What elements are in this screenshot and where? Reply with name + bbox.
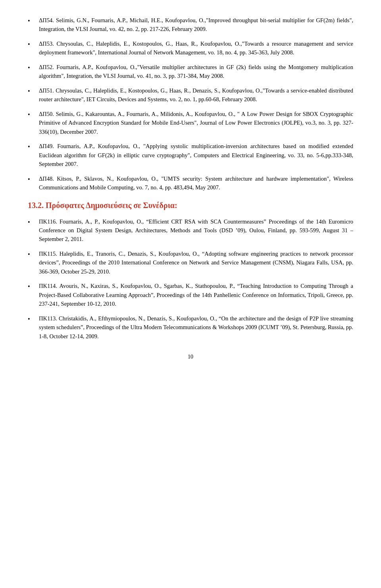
ref-content: Kitsos, P., Sklavos, N., Koufopavlou, O.… (39, 175, 353, 191)
ref-dp52: ΔΠ52. Fournaris, A.P., Koufopavlou, O.,"… (39, 63, 353, 81)
bullet-icon: • (28, 87, 37, 96)
list-item: • ΔΠ53. Chrysoulas, C., Haleplidis, E., … (28, 39, 353, 57)
ref-content: Selimis, G., Kakarountas, A., Fournaris,… (39, 111, 353, 135)
list-item: • ΔΠ51. Chrysoulas, C., Haleplidis, E., … (28, 86, 353, 104)
ref-label: ΠΚ116. (39, 218, 57, 225)
bullet-icon: • (28, 175, 37, 185)
conference-references-list: • ΠΚ116. Fournaris, A., P., Koufopavlou,… (28, 217, 353, 341)
ref-content: Avouris, N., Kaxiras, S., Koufopavlou, O… (39, 283, 353, 307)
ref-content: Chrysoulas, C., Haleplidis, E., Kostopou… (39, 87, 353, 102)
ref-pk114: ΠΚ114. Avouris, N., Kaxiras, S., Koufopa… (39, 281, 353, 308)
bullet-icon: • (28, 250, 37, 260)
ref-pk113: ΠΚ113. Christakidis, A., Efthymiopoulos,… (39, 314, 353, 341)
ref-dp54: ΔΠ54. Selimis, G.N., Fournaris, A.P., Mi… (39, 16, 353, 34)
ref-label: ΔΠ50. (39, 111, 54, 117)
ref-label: ΔΠ49. (39, 143, 54, 149)
list-item: • ΔΠ52. Fournaris, A.P., Koufopavlou, O.… (28, 63, 353, 81)
section-heading-conferences: 13.2. Πρόσφατες Δημοσιεύσεις σε Συνέδρια… (28, 199, 353, 212)
ref-label: ΔΠ54. (39, 17, 54, 23)
bullet-icon: • (28, 16, 37, 26)
bullet-icon: • (28, 40, 37, 50)
ref-dp49: ΔΠ49. Fournaris, A.P., Koufopavlou, O., … (39, 142, 353, 168)
ref-label: ΠΚ113. (39, 315, 57, 322)
ref-label: ΔΠ48. (39, 175, 54, 182)
ref-label: ΔΠ52. (39, 64, 54, 70)
ref-content: Fournaris, A.P., Koufopavlou, O.,"Versat… (39, 64, 353, 79)
list-item: • ΠΚ115. Haleplidis, E., Tranoris, C., D… (28, 249, 353, 276)
bullet-icon: • (28, 142, 37, 152)
ref-content: Chrysoulas, C., Haleplidis, E., Kostopou… (39, 40, 353, 56)
bullet-icon: • (28, 218, 37, 227)
journal-references-list: • ΔΠ54. Selimis, G.N., Fournaris, A.P., … (28, 16, 353, 192)
list-item: • ΔΠ48. Kitsos, P., Sklavos, N., Koufopa… (28, 174, 353, 192)
bullet-icon: • (28, 110, 37, 120)
ref-dp53: ΔΠ53. Chrysoulas, C., Haleplidis, E., Ko… (39, 39, 353, 57)
ref-pk116: ΠΚ116. Fournaris, A., P., Koufopavlou, O… (39, 217, 353, 244)
ref-content: Fournaris, A.P., Koufopavlou, O., "Apply… (39, 143, 353, 167)
list-item: • ΔΠ50. Selimis, G., Kakarountas, A., Fo… (28, 110, 353, 136)
ref-dp50: ΔΠ50. Selimis, G., Kakarountas, A., Four… (39, 110, 353, 136)
list-item: • ΠΚ116. Fournaris, A., P., Koufopavlou,… (28, 217, 353, 244)
list-item: • ΠΚ113. Christakidis, A., Efthymiopoulo… (28, 314, 353, 341)
list-item: • ΔΠ54. Selimis, G.N., Fournaris, A.P., … (28, 16, 353, 34)
bullet-icon: • (28, 63, 37, 73)
ref-label: ΔΠ53. (39, 40, 54, 47)
ref-label: ΔΠ51. (39, 87, 54, 94)
ref-content: Haleplidis, E., Tranoris, C., Denazis, S… (39, 251, 353, 275)
ref-content: Selimis, G.N., Fournaris, A.P., Michail,… (39, 17, 353, 32)
ref-dp48: ΔΠ48. Kitsos, P., Sklavos, N., Koufopavl… (39, 174, 353, 192)
list-item: • ΔΠ49. Fournaris, A.P., Koufopavlou, O.… (28, 142, 353, 168)
ref-content: Fournaris, A., P., Koufopavlou, O., “Eff… (39, 218, 353, 243)
ref-label: ΠΚ115. (39, 251, 57, 257)
list-item: • ΠΚ114. Avouris, N., Kaxiras, S., Koufo… (28, 281, 353, 308)
ref-label: ΠΚ114. (39, 283, 57, 289)
page-number: 10 (28, 353, 353, 361)
ref-dp51: ΔΠ51. Chrysoulas, C., Haleplidis, E., Ko… (39, 86, 353, 104)
ref-content: Christakidis, A., Efthymiopoulos, N., De… (39, 315, 353, 339)
bullet-icon: • (28, 314, 37, 324)
bullet-icon: • (28, 282, 37, 292)
ref-pk115: ΠΚ115. Haleplidis, E., Tranoris, C., Den… (39, 249, 353, 276)
